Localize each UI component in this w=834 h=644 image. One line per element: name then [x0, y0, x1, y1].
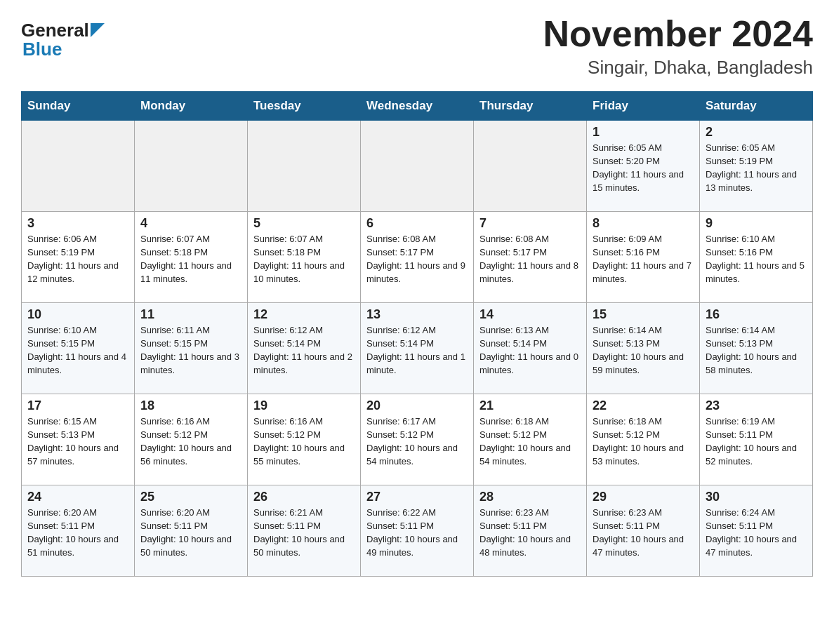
col-sunday: Sunday: [22, 92, 135, 121]
calendar-header: Sunday Monday Tuesday Wednesday Thursday…: [22, 92, 813, 121]
day-cell: 17Sunrise: 6:15 AM Sunset: 5:13 PM Dayli…: [22, 394, 135, 485]
day-number: 4: [140, 216, 241, 231]
day-info: Sunrise: 6:08 AM Sunset: 5:17 PM Dayligh…: [366, 233, 468, 286]
location-subtitle: Singair, Dhaka, Bangladesh: [543, 57, 813, 79]
week-row-3: 10Sunrise: 6:10 AM Sunset: 5:15 PM Dayli…: [22, 303, 813, 394]
day-info: Sunrise: 6:16 AM Sunset: 5:12 PM Dayligh…: [253, 415, 355, 468]
day-cell: 24Sunrise: 6:20 AM Sunset: 5:11 PM Dayli…: [22, 485, 135, 577]
day-info: Sunrise: 6:10 AM Sunset: 5:15 PM Dayligh…: [27, 324, 128, 377]
day-cell: 4Sunrise: 6:07 AM Sunset: 5:18 PM Daylig…: [135, 212, 248, 303]
day-info: Sunrise: 6:21 AM Sunset: 5:11 PM Dayligh…: [253, 507, 355, 559]
day-cell: 12Sunrise: 6:12 AM Sunset: 5:14 PM Dayli…: [248, 303, 361, 394]
logo: General Blue: [21, 14, 105, 60]
col-wednesday: Wednesday: [361, 92, 474, 121]
day-number: 25: [140, 490, 241, 504]
col-saturday: Saturday: [700, 92, 813, 121]
day-number: 6: [366, 216, 468, 231]
day-cell: [361, 121, 474, 212]
day-cell: 20Sunrise: 6:17 AM Sunset: 5:12 PM Dayli…: [361, 394, 474, 485]
day-cell: [22, 121, 135, 212]
day-number: 13: [366, 307, 468, 322]
day-number: 11: [140, 307, 241, 322]
day-info: Sunrise: 6:23 AM Sunset: 5:11 PM Dayligh…: [479, 507, 581, 559]
day-cell: 8Sunrise: 6:09 AM Sunset: 5:16 PM Daylig…: [587, 212, 700, 303]
day-number: 28: [479, 490, 581, 504]
day-cell: 9Sunrise: 6:10 AM Sunset: 5:16 PM Daylig…: [700, 212, 813, 303]
day-info: Sunrise: 6:20 AM Sunset: 5:11 PM Dayligh…: [140, 507, 241, 559]
day-number: 22: [593, 398, 694, 413]
day-cell: 16Sunrise: 6:14 AM Sunset: 5:13 PM Dayli…: [700, 303, 813, 394]
day-cell: 25Sunrise: 6:20 AM Sunset: 5:11 PM Dayli…: [135, 485, 248, 577]
day-number: 16: [706, 307, 807, 322]
calendar-table: Sunday Monday Tuesday Wednesday Thursday…: [21, 91, 813, 577]
week-row-4: 17Sunrise: 6:15 AM Sunset: 5:13 PM Dayli…: [22, 394, 813, 485]
day-info: Sunrise: 6:22 AM Sunset: 5:11 PM Dayligh…: [366, 507, 468, 559]
day-cell: 23Sunrise: 6:19 AM Sunset: 5:11 PM Dayli…: [700, 394, 813, 485]
day-number: 12: [253, 307, 355, 322]
day-cell: 6Sunrise: 6:08 AM Sunset: 5:17 PM Daylig…: [361, 212, 474, 303]
day-cell: 11Sunrise: 6:11 AM Sunset: 5:15 PM Dayli…: [135, 303, 248, 394]
col-tuesday: Tuesday: [248, 92, 361, 121]
day-info: Sunrise: 6:12 AM Sunset: 5:14 PM Dayligh…: [366, 324, 468, 377]
page-header: General Blue November 2024 Singair, Dhak…: [21, 14, 813, 79]
day-info: Sunrise: 6:13 AM Sunset: 5:14 PM Dayligh…: [479, 324, 581, 377]
day-number: 7: [479, 216, 581, 231]
day-info: Sunrise: 6:17 AM Sunset: 5:12 PM Dayligh…: [366, 415, 468, 468]
day-cell: [248, 121, 361, 212]
day-number: 8: [593, 216, 694, 231]
day-number: 10: [27, 307, 128, 322]
day-info: Sunrise: 6:05 AM Sunset: 5:19 PM Dayligh…: [706, 142, 807, 194]
day-info: Sunrise: 6:23 AM Sunset: 5:11 PM Dayligh…: [593, 507, 694, 559]
day-info: Sunrise: 6:19 AM Sunset: 5:11 PM Dayligh…: [706, 415, 807, 468]
day-info: Sunrise: 6:24 AM Sunset: 5:11 PM Dayligh…: [706, 507, 807, 559]
day-info: Sunrise: 6:07 AM Sunset: 5:18 PM Dayligh…: [253, 233, 355, 286]
day-cell: 14Sunrise: 6:13 AM Sunset: 5:14 PM Dayli…: [474, 303, 587, 394]
day-cell: 22Sunrise: 6:18 AM Sunset: 5:12 PM Dayli…: [587, 394, 700, 485]
day-number: 3: [27, 216, 128, 231]
day-info: Sunrise: 6:11 AM Sunset: 5:15 PM Dayligh…: [140, 324, 241, 377]
day-number: 24: [27, 490, 128, 504]
week-row-1: 1Sunrise: 6:05 AM Sunset: 5:20 PM Daylig…: [22, 121, 813, 212]
day-info: Sunrise: 6:06 AM Sunset: 5:19 PM Dayligh…: [27, 233, 128, 286]
col-thursday: Thursday: [474, 92, 587, 121]
day-number: 15: [593, 307, 694, 322]
day-cell: 5Sunrise: 6:07 AM Sunset: 5:18 PM Daylig…: [248, 212, 361, 303]
day-number: 2: [706, 125, 807, 140]
week-row-5: 24Sunrise: 6:20 AM Sunset: 5:11 PM Dayli…: [22, 485, 813, 577]
day-cell: 28Sunrise: 6:23 AM Sunset: 5:11 PM Dayli…: [474, 485, 587, 577]
day-cell: 10Sunrise: 6:10 AM Sunset: 5:15 PM Dayli…: [22, 303, 135, 394]
day-number: 23: [706, 398, 807, 413]
day-number: 1: [593, 125, 694, 140]
day-number: 29: [593, 490, 694, 504]
day-cell: 7Sunrise: 6:08 AM Sunset: 5:17 PM Daylig…: [474, 212, 587, 303]
day-info: Sunrise: 6:07 AM Sunset: 5:18 PM Dayligh…: [140, 233, 241, 286]
day-number: 17: [27, 398, 128, 413]
day-number: 19: [253, 398, 355, 413]
col-friday: Friday: [587, 92, 700, 121]
day-info: Sunrise: 6:16 AM Sunset: 5:12 PM Dayligh…: [140, 415, 241, 468]
day-number: 18: [140, 398, 241, 413]
day-info: Sunrise: 6:18 AM Sunset: 5:12 PM Dayligh…: [479, 415, 581, 468]
day-cell: [474, 121, 587, 212]
day-info: Sunrise: 6:18 AM Sunset: 5:12 PM Dayligh…: [593, 415, 694, 468]
day-cell: 19Sunrise: 6:16 AM Sunset: 5:12 PM Dayli…: [248, 394, 361, 485]
day-number: 9: [706, 216, 807, 231]
day-cell: 3Sunrise: 6:06 AM Sunset: 5:19 PM Daylig…: [22, 212, 135, 303]
month-year-title: November 2024: [543, 14, 813, 54]
day-cell: 26Sunrise: 6:21 AM Sunset: 5:11 PM Dayli…: [248, 485, 361, 577]
day-info: Sunrise: 6:12 AM Sunset: 5:14 PM Dayligh…: [253, 324, 355, 377]
week-row-2: 3Sunrise: 6:06 AM Sunset: 5:19 PM Daylig…: [22, 212, 813, 303]
day-info: Sunrise: 6:09 AM Sunset: 5:16 PM Dayligh…: [593, 233, 694, 286]
day-cell: 29Sunrise: 6:23 AM Sunset: 5:11 PM Dayli…: [587, 485, 700, 577]
day-number: 27: [366, 490, 468, 504]
day-cell: 1Sunrise: 6:05 AM Sunset: 5:20 PM Daylig…: [587, 121, 700, 212]
day-cell: 18Sunrise: 6:16 AM Sunset: 5:12 PM Dayli…: [135, 394, 248, 485]
day-info: Sunrise: 6:20 AM Sunset: 5:11 PM Dayligh…: [27, 507, 128, 559]
title-area: November 2024 Singair, Dhaka, Bangladesh: [543, 14, 813, 79]
day-info: Sunrise: 6:14 AM Sunset: 5:13 PM Dayligh…: [593, 324, 694, 377]
day-cell: 27Sunrise: 6:22 AM Sunset: 5:11 PM Dayli…: [361, 485, 474, 577]
day-number: 20: [366, 398, 468, 413]
day-cell: 2Sunrise: 6:05 AM Sunset: 5:19 PM Daylig…: [700, 121, 813, 212]
logo-triangle-icon: [91, 23, 105, 37]
day-cell: 15Sunrise: 6:14 AM Sunset: 5:13 PM Dayli…: [587, 303, 700, 394]
